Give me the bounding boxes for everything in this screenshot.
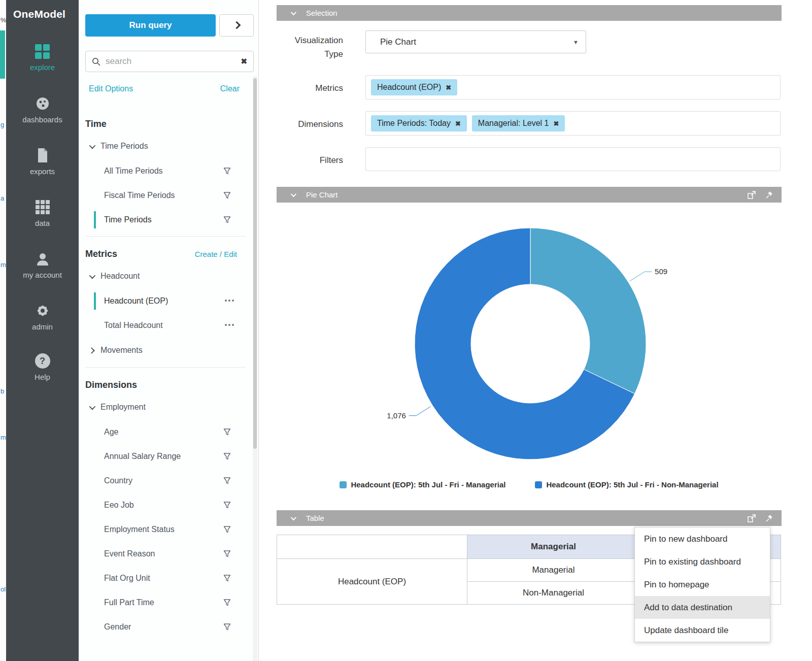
sidebar-item-help[interactable]: ? Help	[6, 353, 79, 381]
visualization-type-select[interactable]: Pie Chart ▼	[365, 30, 586, 53]
remove-chip-icon[interactable]: ✖	[554, 120, 559, 127]
main-content: Selection Visualization Type Pie Chart ▼…	[277, 0, 782, 661]
dimensions-field[interactable]: Time Periods: Today ✖ Managerial: Level …	[365, 111, 781, 136]
edit-options-link[interactable]: Edit Options	[89, 84, 133, 93]
sidebar-item-label: Help	[6, 373, 79, 381]
panel-scroll-content: Time Time Periods All Time Periods Fisca…	[79, 111, 252, 639]
filter-icon[interactable]	[223, 501, 231, 509]
item-annual-salary-range[interactable]: Annual Salary Range	[79, 444, 252, 469]
help-icon: ?	[6, 353, 79, 369]
metric-chip[interactable]: Headcount (EOP) ✖	[371, 79, 457, 95]
sidebar-item-exports[interactable]: exports	[6, 147, 79, 176]
dimension-chip[interactable]: Time Periods: Today ✖	[371, 115, 467, 131]
collapse-panel-button[interactable]	[219, 14, 254, 37]
filter-icon[interactable]	[223, 477, 231, 485]
pie-slice-managerial[interactable]	[530, 228, 646, 394]
chip-label: Time Periods: Today	[377, 119, 451, 128]
filter-icon[interactable]	[223, 574, 231, 582]
item-flat-org-unit[interactable]: Flat Org Unit	[79, 566, 252, 590]
item-full-part-time[interactable]: Full Part Time	[79, 590, 252, 615]
filter-icon[interactable]	[223, 623, 231, 631]
menu-item-pin-to-existing-dashboard[interactable]: Pin to existing dashboard	[635, 550, 770, 573]
legend-item-managerial[interactable]: Headcount (EOP): 5th Jul - Fri - Manager…	[340, 480, 505, 489]
item-employment-status[interactable]: Employment Status	[79, 517, 252, 542]
export-icon[interactable]	[748, 514, 756, 522]
app-logo: OneModel	[6, 0, 79, 20]
group-employment[interactable]: Employment	[79, 394, 252, 420]
remove-chip-icon[interactable]: ✖	[446, 84, 451, 91]
filter-icon[interactable]	[223, 525, 231, 534]
run-query-button[interactable]: Run query	[85, 14, 216, 37]
table-group-header: Managerial	[467, 535, 640, 559]
item-label: Event Reason	[104, 549, 155, 558]
panel-scrollbar[interactable]	[253, 76, 257, 661]
pie-data-label: 509	[655, 267, 667, 276]
chip-label: Managerial: Level 1	[478, 119, 549, 128]
filter-icon[interactable]	[223, 452, 231, 460]
group-headcount[interactable]: Headcount	[79, 263, 252, 289]
legend-item-non-managerial[interactable]: Headcount (EOP): 5th Jul - Fri - Non-Man…	[535, 480, 718, 489]
chevron-right-icon	[232, 21, 241, 29]
clear-link[interactable]: Clear	[220, 84, 240, 93]
collapse-table-icon[interactable]	[291, 514, 296, 520]
menu-item-pin-to-new-dashboard[interactable]: Pin to new dashboard	[635, 527, 770, 550]
export-icon[interactable]	[748, 190, 756, 199]
filters-field[interactable]	[365, 147, 781, 171]
item-all-time-periods[interactable]: All Time Periods	[79, 159, 252, 183]
metrics-field[interactable]: Headcount (EOP) ✖	[365, 75, 781, 100]
filter-icon[interactable]	[223, 216, 231, 224]
underlay-accent-block	[0, 30, 5, 79]
item-label: Headcount (EOP)	[104, 296, 168, 306]
more-options-icon[interactable]	[225, 300, 234, 302]
sidebar-item-admin[interactable]: admin	[6, 303, 79, 331]
item-total-headcount[interactable]: Total Headcount	[79, 313, 252, 338]
group-label: Employment	[100, 403, 146, 412]
table-section-header[interactable]: Table	[277, 510, 782, 526]
create-edit-link[interactable]: Create / Edit	[195, 250, 237, 258]
item-event-reason[interactable]: Event Reason	[79, 542, 252, 566]
table-cell: Non-Managerial	[467, 582, 640, 605]
filter-icon[interactable]	[223, 191, 231, 200]
item-country[interactable]: Country	[79, 469, 252, 493]
item-label: Country	[104, 476, 132, 485]
collapse-selection-icon[interactable]	[291, 9, 296, 15]
item-time-periods[interactable]: Time Periods	[79, 208, 252, 232]
item-label: Total Headcount	[104, 321, 163, 330]
pin-icon[interactable]	[765, 190, 773, 199]
menu-item-update-dashboard-tile[interactable]: Update dashboard tile	[635, 619, 770, 642]
legend-swatch-1	[535, 481, 542, 488]
sidebar-item-explore[interactable]: explore	[6, 43, 79, 72]
filter-icon[interactable]	[223, 550, 231, 558]
search-input[interactable]	[106, 56, 241, 67]
remove-chip-icon[interactable]: ✖	[455, 120, 461, 127]
group-time-periods[interactable]: Time Periods	[79, 134, 252, 159]
item-headcount-eop[interactable]: Headcount (EOP)	[79, 289, 252, 313]
pie-chart-section-header[interactable]: Pie Chart	[277, 187, 782, 203]
sidebar-item-dashboards[interactable]: dashboards	[6, 95, 79, 124]
item-age[interactable]: Age	[79, 420, 252, 444]
filters-label: Filters	[277, 153, 343, 167]
item-eeo-job[interactable]: Eeo Job	[79, 493, 252, 517]
filter-icon[interactable]	[223, 599, 231, 607]
pin-icon[interactable]	[765, 514, 773, 522]
group-movements[interactable]: Movements	[79, 338, 252, 363]
search-box: ✖	[85, 51, 254, 72]
collapse-pie-icon[interactable]	[291, 191, 296, 196]
menu-item-add-to-data-destination[interactable]: Add to data destination	[635, 596, 770, 619]
clear-search-icon[interactable]: ✖	[241, 57, 247, 66]
more-options-icon[interactable]	[225, 324, 234, 326]
underlay-page-edge: % g a m b m ol	[0, 0, 6, 661]
sidebar-item-data[interactable]: data	[6, 199, 79, 227]
filter-icon[interactable]	[223, 167, 231, 175]
item-gender[interactable]: Gender	[79, 615, 252, 639]
scrollbar-thumb[interactable]	[253, 78, 257, 449]
filter-icon[interactable]	[223, 428, 231, 436]
dimension-chip[interactable]: Managerial: Level 1 ✖	[472, 115, 565, 131]
legend-label: Headcount (EOP): 5th Jul - Fri - Non-Man…	[546, 480, 718, 489]
item-fiscal-time-periods[interactable]: Fiscal Time Periods	[79, 183, 252, 208]
sidebar-item-my-account[interactable]: my account	[6, 251, 79, 279]
item-label: Full Part Time	[104, 598, 154, 607]
selection-section-header[interactable]: Selection	[277, 5, 782, 21]
menu-item-pin-to-homepage[interactable]: Pin to homepage	[635, 573, 770, 596]
chevron-right-icon	[88, 347, 95, 354]
